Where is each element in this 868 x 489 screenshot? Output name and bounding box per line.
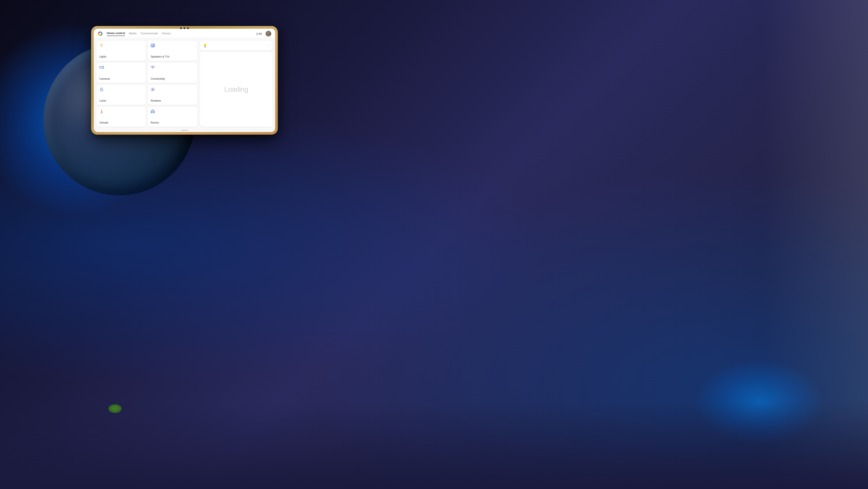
card-connectivity[interactable]: Connectivity [148,62,197,83]
bg-hands [0,402,868,489]
svg-point-3 [267,34,270,36]
main-content: Lights Speakers & TVs [94,38,275,128]
svg-point-9 [152,45,152,46]
suggestion-bulb-icon: 💡 [203,44,207,48]
tablet-sensor-left [180,27,182,29]
tab-media[interactable]: Media [129,32,136,36]
climate-icon [99,109,104,115]
suggestions-bar[interactable]: 💡 › [200,40,273,50]
svg-point-16 [153,68,153,69]
svg-point-18 [152,89,153,90]
tablet-screen: Home control Media Communicate Games 2:4… [94,29,275,132]
nav-tabs: Home control Media Communicate Games [107,31,252,36]
card-locks[interactable]: Locks [96,85,146,105]
rooms-label: Rooms [151,121,159,124]
svg-marker-13 [151,47,155,47]
svg-rect-17 [100,89,103,91]
card-routines[interactable]: Routines [148,85,197,105]
chevron-right-icon: › [269,44,270,47]
loading-text: Loading [224,85,248,93]
svg-point-19 [152,88,154,90]
google-assistant-icon[interactable] [98,31,103,36]
lights-label: Lights [99,55,106,58]
svg-point-2 [267,32,270,34]
svg-rect-14 [100,66,102,68]
climate-label: Climate [99,121,108,124]
tablet-camera [184,27,185,29]
rooms-icon [151,109,155,115]
card-rooms[interactable]: Rooms [148,107,197,127]
routines-icon [151,87,155,93]
svg-point-4 [101,44,102,46]
card-climate[interactable]: Climate [96,107,146,127]
nav-time: 2:49 [256,32,262,35]
routines-label: Routines [151,99,161,102]
svg-line-6 [100,44,100,44]
scroll-dot [181,130,188,131]
tab-home-control[interactable]: Home control [107,31,125,36]
svg-marker-15 [102,66,104,68]
nav-bar: Home control Media Communicate Games 2:4… [94,29,275,38]
loading-panel: Loading [200,52,273,127]
nav-avatar[interactable] [266,31,271,36]
locks-icon [99,87,104,93]
connectivity-label: Connectivity [151,77,165,80]
connectivity-icon [151,65,155,70]
tab-games[interactable]: Games [162,32,171,36]
locks-label: Locks [99,99,106,102]
device-grid: Lights Speakers & TVs [94,38,199,128]
tablet-device: Home control Media Communicate Games 2:4… [91,26,278,135]
card-speakers-tvs[interactable]: Speakers & TVs [148,40,197,61]
card-lights[interactable]: Lights [96,40,146,61]
speakers-icon [151,43,155,49]
tab-communicate[interactable]: Communicate [141,32,158,36]
tablet-camera-bar [180,27,189,29]
cameras-label: Cameras [99,77,110,80]
cameras-icon [99,65,104,70]
speakers-tvs-label: Speakers & TVs [151,55,169,58]
scroll-indicator [94,128,275,132]
right-panel: 💡 › Loading [199,38,275,128]
lights-icon [99,43,104,49]
svg-point-1 [99,33,101,35]
card-cameras[interactable]: Cameras [96,62,146,83]
tablet-sensor-right [187,27,189,29]
